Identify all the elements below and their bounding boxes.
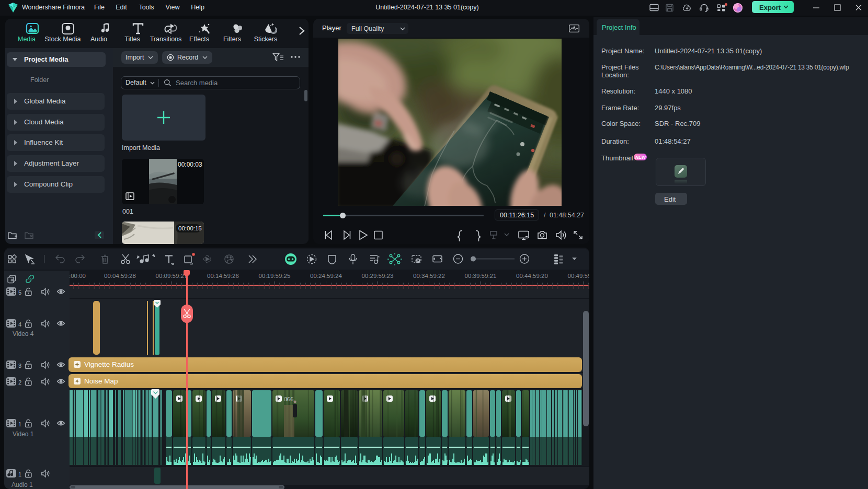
svg-text:1: 1: [18, 421, 21, 427]
svg-text:2: 2: [18, 379, 21, 386]
svg-text:Video 1: Video 1: [13, 430, 34, 438]
svg-text:3: 3: [18, 363, 21, 369]
svg-text:4: 4: [18, 321, 21, 328]
svg-text:1: 1: [18, 471, 21, 478]
svg-text:5: 5: [18, 289, 21, 296]
svg-text:Video 4: Video 4: [13, 330, 34, 337]
svg-text:Audio 1: Audio 1: [12, 481, 33, 488]
